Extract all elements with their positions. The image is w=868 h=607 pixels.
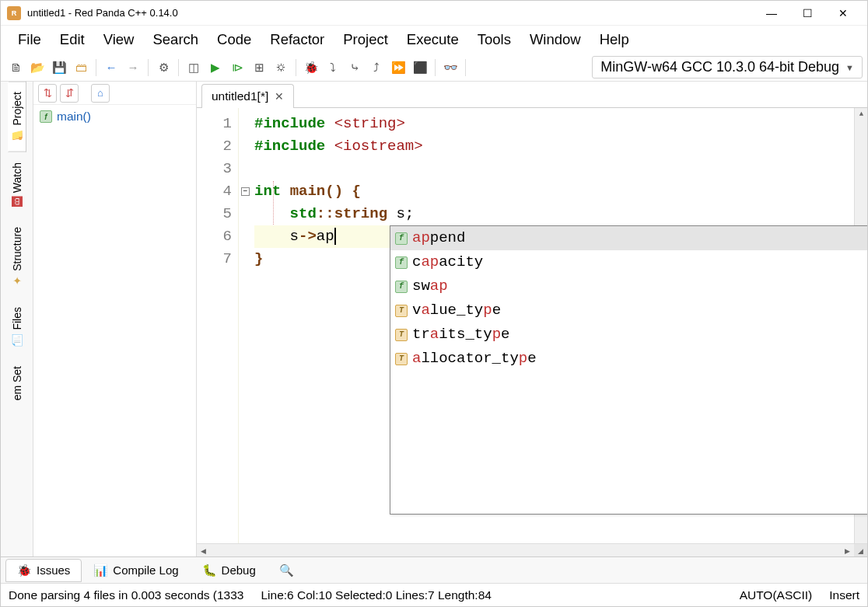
maximize-button[interactable]: ☐ xyxy=(789,1,825,26)
compiler-label: MinGW-w64 GCC 10.3.0 64-bit Debug xyxy=(600,59,839,75)
autocomplete-item[interactable]: Tallocator_type xyxy=(390,347,867,371)
status-mode: Insert xyxy=(829,588,859,602)
dock-files[interactable]: 📄Files xyxy=(8,297,26,357)
function-icon: f xyxy=(395,232,408,245)
bottom-panel-tabs: 🐞Issues 📊Compile Log 🐛Debug 🔍 xyxy=(1,556,867,583)
tree-button[interactable]: ⌂ xyxy=(91,84,110,103)
stop-button[interactable]: ⬛ xyxy=(410,58,430,78)
autocomplete-item[interactable]: Tvalue_type xyxy=(390,298,867,323)
menu-help[interactable]: Help xyxy=(592,28,637,51)
bug-icon: 🐞 xyxy=(17,563,32,577)
menubar: File Edit View Search Code Refactor Proj… xyxy=(1,26,867,54)
new-file-button[interactable]: 🗎 xyxy=(5,58,26,78)
side-panel: ⇅ ⇵ ⌂ f main() xyxy=(33,82,197,556)
dock-problemset[interactable]: em Set xyxy=(8,356,26,410)
continue-button[interactable]: ⏩ xyxy=(388,58,408,78)
sort-type-button[interactable]: ⇵ xyxy=(60,84,79,103)
app-icon: R xyxy=(7,6,21,20)
menu-execute[interactable]: Execute xyxy=(399,28,467,51)
search-icon: 🔍 xyxy=(279,563,294,577)
scroll-right-icon[interactable]: ▶ xyxy=(841,544,854,557)
step-out-button[interactable]: ⤴ xyxy=(366,58,387,78)
type-icon: T xyxy=(395,329,408,341)
status-encoding: AUTO(ASCII) xyxy=(740,588,813,602)
compiler-select[interactable]: MinGW-w64 GCC 10.3.0 64-bit Debug ▼ xyxy=(592,56,863,78)
function-icon: f xyxy=(395,256,408,269)
compile-button[interactable]: ◫ xyxy=(184,58,204,78)
dock-watch[interactable]: 🅱Watch xyxy=(8,152,26,217)
dock-project[interactable]: 📁Project xyxy=(8,82,26,152)
scroll-up-icon[interactable]: ▲ xyxy=(855,108,867,121)
editor-tabs: untitled1[*] ✕ xyxy=(197,82,867,108)
status-parse: Done parsing 4 files in 0.003 seconds (1… xyxy=(9,588,243,602)
sort-alpha-button[interactable]: ⇅ xyxy=(38,84,57,103)
save-all-button[interactable]: 🗃 xyxy=(71,58,91,78)
run-button[interactable]: ▶ xyxy=(205,58,226,78)
menu-code[interactable]: Code xyxy=(209,28,259,51)
menu-search[interactable]: Search xyxy=(145,28,206,51)
scroll-left-icon[interactable]: ◀ xyxy=(197,544,210,557)
code-body[interactable]: #include <string> #include <iostream> in… xyxy=(251,108,867,543)
compile-run-button[interactable]: ⧐ xyxy=(227,58,247,78)
step-into-button[interactable]: ⤷ xyxy=(345,58,365,78)
autocomplete-item[interactable]: Ttraits_type xyxy=(390,323,867,347)
structure-tree[interactable]: f main() xyxy=(33,105,196,556)
tab-untitled1[interactable]: untitled1[*] ✕ xyxy=(201,84,294,108)
function-icon: f xyxy=(40,110,52,123)
function-icon: f xyxy=(395,281,408,293)
chart-icon: 📊 xyxy=(93,563,108,577)
window-title: untitled1 - Red Panda C++ 0.14.0 xyxy=(27,7,754,19)
compile-log-tab[interactable]: 📊Compile Log xyxy=(82,559,190,582)
menu-view[interactable]: View xyxy=(96,28,142,51)
toolbar: 🗎 📂 💾 🗃 ← → ⚙ ◫ ▶ ⧐ ⊞ ⛭ 🐞 ⤵ ⤷ ⤴ ⏩ ⬛ 👓 Mi… xyxy=(1,54,867,82)
autocomplete-item[interactable]: fswap xyxy=(390,274,867,298)
fold-toggle[interactable]: − xyxy=(241,187,250,196)
status-position: Line:6 Col:10 Selected:0 Lines:7 Length:… xyxy=(261,588,491,602)
autocomplete-item[interactable]: fappend xyxy=(390,226,867,250)
code-editor[interactable]: 1 2 3 4 5 6 7 − #include <string> #inclu… xyxy=(197,108,867,543)
view-button[interactable]: 👓 xyxy=(440,58,460,78)
menu-file[interactable]: File xyxy=(10,28,49,51)
dock-structure[interactable]: ✦Structure xyxy=(8,217,26,297)
cursor xyxy=(334,228,336,245)
debug-tab[interactable]: 🐛Debug xyxy=(191,559,268,582)
back-button[interactable]: ← xyxy=(101,58,121,78)
titlebar: R untitled1 - Red Panda C++ 0.14.0 — ☐ ✕ xyxy=(1,1,867,26)
options-button[interactable]: ⚙ xyxy=(153,58,173,78)
issues-tab[interactable]: 🐞Issues xyxy=(5,559,82,582)
open-button[interactable]: 📂 xyxy=(27,58,47,78)
debug-button[interactable]: 🐞 xyxy=(301,58,321,78)
autocomplete-item[interactable]: fcapacity xyxy=(390,250,867,274)
menu-project[interactable]: Project xyxy=(335,28,396,51)
tool-button[interactable]: ⛭ xyxy=(271,58,291,78)
rebuild-button[interactable]: ⊞ xyxy=(249,58,269,78)
left-dock: 📁Project 🅱Watch ✦Structure 📄Files em Set xyxy=(1,82,33,556)
type-icon: T xyxy=(395,305,408,317)
type-icon: T xyxy=(395,353,408,365)
tab-close-icon[interactable]: ✕ xyxy=(275,90,284,103)
close-button[interactable]: ✕ xyxy=(825,1,861,26)
chevron-down-icon: ▼ xyxy=(845,63,854,72)
tree-item-main: f main() xyxy=(40,110,190,124)
menu-refactor[interactable]: Refactor xyxy=(262,28,332,51)
save-button[interactable]: 💾 xyxy=(49,58,69,78)
minimize-button[interactable]: — xyxy=(754,1,789,26)
autocomplete-popup[interactable]: fappendfcapacityfswapTvalue_typeTtraits_… xyxy=(390,225,867,515)
forward-button[interactable]: → xyxy=(123,58,143,78)
menu-edit[interactable]: Edit xyxy=(52,28,93,51)
statusbar: Done parsing 4 files in 0.003 seconds (1… xyxy=(1,583,867,606)
menu-window[interactable]: Window xyxy=(522,28,589,51)
fold-column: − xyxy=(239,108,251,543)
horizontal-scrollbar[interactable]: ◀ ▶ ◢ xyxy=(197,543,867,556)
search-tab[interactable]: 🔍 xyxy=(268,559,306,582)
menu-tools[interactable]: Tools xyxy=(470,28,519,51)
gutter: 1 2 3 4 5 6 7 xyxy=(197,108,239,543)
step-over-button[interactable]: ⤵ xyxy=(323,58,343,78)
debug-icon: 🐛 xyxy=(202,563,217,577)
